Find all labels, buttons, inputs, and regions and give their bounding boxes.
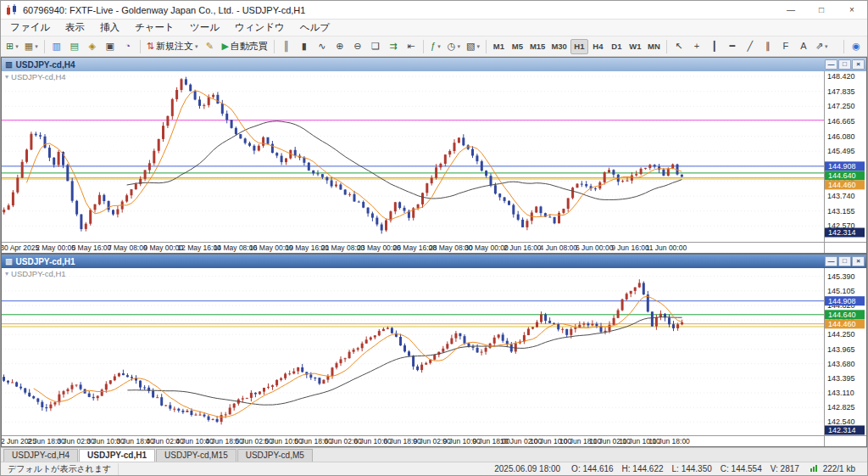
tf-m30-button[interactable]: M30 [548,39,569,54]
market-watch-button[interactable]: ▥ [48,38,65,55]
tf-mn-button[interactable]: MN [645,39,663,54]
tf-d1-button[interactable]: D1 [608,39,626,54]
tf-m1-label: M1 [493,42,504,51]
text-label-button[interactable]: A [795,38,812,55]
trendline-button[interactable]: ╱ [742,38,759,55]
indicators-button[interactable]: ƒ▾ [427,38,444,55]
navigator-button[interactable]: ◈ [84,38,101,55]
auto-scroll-button[interactable]: ⇉ [385,38,402,55]
market-watch-icon: ▥ [52,42,60,51]
chart-close-button[interactable]: × [852,256,865,266]
line-chart-mode-button[interactable]: ∿ [314,38,331,55]
bar-chart-mode-button[interactable]: ║ [278,38,295,55]
fibonacci-button[interactable]: F [777,38,794,55]
tf-m1-button[interactable]: M1 [490,39,508,54]
chart-minimize-button[interactable]: — [825,256,837,266]
chart-symbol-text: USDJPY-cd,H4 [11,72,66,81]
cursor-button[interactable]: ↖ [670,38,687,55]
chart-tab-0[interactable]: USDJPY-cd,H4 [3,449,78,462]
svg-text:146.080: 146.080 [827,132,855,141]
connection-traffic: 222/1 kb [823,464,855,473]
new-order-label: 新規注文 [156,42,193,51]
chart-window-title-h1: USDJPY-cd,H1 [16,257,75,266]
menu-item-1[interactable]: 表示 [58,20,92,36]
data-window-button[interactable]: ▤ [66,38,83,55]
chart-window-controls: —□× [825,59,865,70]
zoom-out-button[interactable]: ⊖ [349,38,366,55]
chart-window-icon: ▥ [5,60,13,69]
channel-icon: ∥ [765,42,771,51]
templates-button[interactable]: ▧▾ [464,38,482,55]
strategy-tester-button[interactable]: ◔ [120,38,136,55]
vertical-line-button[interactable]: ┃ [706,38,723,55]
svg-text:142.314: 142.314 [828,228,856,237]
channel-button[interactable]: ∥ [760,38,776,55]
svg-text:7 May 08:00: 7 May 08:00 [108,244,147,252]
zoom-in-button[interactable]: ⊕ [331,38,348,55]
chart-window-titlebar-h1[interactable]: ▥USDJPY-cd,H1—□× [2,255,866,268]
menu-item-2[interactable]: 挿入 [92,20,127,36]
crosshair-button[interactable]: + [688,38,705,55]
menu-item-0[interactable]: ファイル [3,20,58,36]
svg-text:143.395: 143.395 [827,374,855,383]
svg-text:146.665: 146.665 [827,117,855,126]
chart-minimize-button[interactable]: — [825,59,837,70]
one-click-trading-arrow-icon[interactable]: ▾ [5,73,8,81]
svg-text:142.825: 142.825 [827,403,855,412]
line-chart-mode-icon: ∿ [318,42,326,51]
horizontal-line-button[interactable]: ━ [724,38,741,55]
arrow-objects-button[interactable]: ⇗▾ [813,38,831,55]
periods-button[interactable]: ◷▾ [445,38,463,55]
status-ohlc-4: V: 2817 [766,464,804,473]
chart-symbol-label-h4: ▾USDJPY-cd,H4 [5,72,66,81]
tf-h4-button[interactable]: H4 [589,39,607,54]
fibonacci-icon: F [783,42,789,51]
tile-windows-button[interactable]: ❏ [367,38,384,55]
arrow-objects-icon: ⇗ [815,42,823,51]
tf-w1-button[interactable]: W1 [626,39,644,54]
title-bar[interactable]: 60796940: FXTF-Live - Goldenway Japan Co… [1,1,867,20]
svg-text:144.460: 144.460 [828,320,856,328]
terminal-button[interactable]: ▣ [102,38,119,55]
candlestick-chart-h1[interactable]: 145.390145.105144.820144.535144.250143.9… [2,268,866,446]
minimize-button[interactable]: — [776,1,806,19]
menu-item-3[interactable]: チャート [127,20,182,36]
menu-item-4[interactable]: ツール [182,20,227,36]
chart-shift-button[interactable]: ⇤ [403,38,420,55]
candlestick-chart-h4[interactable]: 148.420147.835147.250146.665146.080145.4… [2,71,866,253]
candlestick-mode-icon: ▮ [302,42,307,51]
chart-area-h4[interactable]: ▾USDJPY-cd,H4148.420147.835147.250146.66… [2,71,866,253]
dropdown-arrow-icon: ▾ [15,43,19,49]
chart-window-title-h4: USDJPY-cd,H4 [16,60,75,70]
terminal-icon: ▣ [105,42,114,51]
new-order-icon: ⇅ [147,42,154,51]
navigator-icon: ◈ [88,42,95,51]
autotrading-button[interactable]: ▶自動売買 [219,38,270,55]
chart-restore-button[interactable]: □ [838,256,851,266]
new-chart-button[interactable]: ⊞▾ [3,38,21,55]
maximize-button[interactable]: □ [806,1,837,19]
tf-h1-button[interactable]: H1 [570,39,588,54]
candlestick-mode-button[interactable]: ▮ [296,38,313,55]
tf-m15-button[interactable]: M15 [527,39,548,54]
one-click-trading-arrow-icon[interactable]: ▾ [5,270,8,277]
chart-tab-2[interactable]: USDJPY-cd,M15 [156,449,236,462]
profiles-button[interactable]: ▦▾ [22,38,41,55]
chart-tab-1[interactable]: USDJPY-cd,H1 [79,449,155,462]
new-order-button[interactable]: ⇅新規注文▾ [144,38,201,55]
dropdown-arrow-icon: ▾ [35,43,38,49]
menu-item-6[interactable]: ヘルプ [292,20,337,36]
dropdown-arrow-icon: ▾ [457,43,460,49]
svg-text:30 Apr 2025: 30 Apr 2025 [2,244,39,252]
chart-close-button[interactable]: × [852,59,865,70]
chart-area-h1[interactable]: ▾USDJPY-cd,H1145.390145.105144.820144.53… [2,268,866,446]
metaeditor-button[interactable]: ✎ [201,38,218,55]
chart-tab-3[interactable]: USDJPY-cd,M5 [237,449,313,462]
dropdown-arrow-icon: ▾ [825,43,828,49]
community-button[interactable]: ◉ [848,38,865,55]
close-button[interactable]: × [837,1,867,19]
chart-window-titlebar-h4[interactable]: ▥USDJPY-cd,H4—□× [2,58,866,71]
menu-item-5[interactable]: ウィンドウ [227,20,292,36]
chart-restore-button[interactable]: □ [838,59,851,70]
tf-m5-button[interactable]: M5 [509,39,526,54]
